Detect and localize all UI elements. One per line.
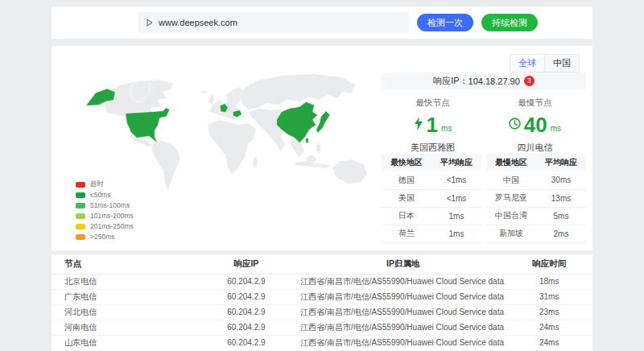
bolt-icon [414, 117, 423, 134]
region-australia [332, 159, 367, 184]
region-madagascar [253, 157, 258, 168]
fastest-node-location: 美国西雅图 [382, 142, 484, 154]
region-africa [208, 120, 256, 174]
country-taiwan [305, 138, 308, 143]
table-row: 山东电信 60.204.2.9 江西省/南昌市/电信/AS55990/Huawe… [52, 335, 592, 350]
url-input-wrap[interactable] [138, 12, 409, 33]
url-input[interactable] [159, 18, 401, 27]
legend-swatch-100 [76, 203, 85, 209]
country-china [277, 101, 318, 142]
legend-item: 201ms-250ms [76, 221, 134, 231]
legend-item: 101ms-200ms [76, 211, 134, 221]
play-icon [147, 19, 153, 27]
slowest-regions-table: 最慢地区 平均响应 中国30ms 罗马尼亚13ms 中国台湾5ms 新加坡2ms [486, 154, 586, 243]
slowest-node-location: 四川电信 [484, 142, 586, 154]
scope-tabs: 全球 中国 [510, 54, 580, 72]
region-south-america [151, 140, 180, 190]
region-indonesia [293, 161, 331, 168]
result-panel: 超时 ≤50ms 51ms-100ms 101ms-200ms 201ms-25… [52, 46, 592, 250]
table-row: 新加坡2ms [486, 225, 586, 242]
response-ip-value: 104.18.27.90 [469, 76, 520, 86]
fastest-regions-table: 最快地区 平均响应 德国<1ms 美国<1ms 日本1ms 荷兰1ms [382, 154, 481, 243]
table-row: 德国<1ms [382, 171, 481, 189]
test-once-button[interactable]: 检测一次 [417, 14, 473, 31]
legend-swatch-timeout [76, 182, 85, 188]
slowest-regions-header: 最慢地区 [486, 154, 536, 171]
region-uk [208, 94, 215, 105]
tab-global[interactable]: 全球 [510, 55, 545, 72]
tab-china[interactable]: 中国 [545, 55, 579, 72]
continuous-test-button[interactable]: 持续检测 [481, 14, 538, 31]
slowest-node-value: 40 [524, 114, 547, 136]
node-results-table-card: 节点 响应IP IP归属地 响应时间 北京电信 60.204.2.9 江西省/南… [52, 254, 592, 351]
slowest-node-unit: ms [551, 124, 561, 133]
col-header-time: 响应时间 [506, 254, 592, 274]
region-philippines [316, 142, 321, 152]
avg-response-header: 平均响应 [536, 154, 586, 171]
col-header-node: 节点 [52, 254, 192, 274]
stats-panel: 全球 中国 响应IP：104.18.27.903 最快节点 1 ms 美国西雅图… [382, 46, 586, 250]
region-tables: 最快地区 平均响应 德国<1ms 美国<1ms 日本1ms 荷兰1ms 最慢地区… [382, 154, 586, 243]
slowest-node: 最慢节点 40 ms 四川电信 [484, 97, 586, 154]
region-iceland [202, 90, 207, 93]
legend-swatch-under50 [76, 192, 85, 198]
table-row: 日本1ms [382, 207, 481, 225]
fastest-node: 最快节点 1 ms 美国西雅图 [382, 97, 484, 154]
table-row: 中国30ms [486, 171, 586, 189]
response-ip-bar: 响应IP：104.18.27.903 [382, 72, 586, 89]
response-ip-label: 响应IP： [433, 75, 468, 87]
fastest-regions-header: 最快地区 [382, 154, 431, 171]
fastest-node-label: 最快节点 [382, 97, 484, 109]
search-bar: 检测一次 持续检测 [52, 6, 592, 39]
table-row: 北京电信 60.204.2.9 江西省/南昌市/电信/AS55990/Huawe… [52, 274, 592, 289]
legend-item: 超时 [76, 180, 134, 189]
table-row: 中国台湾5ms [486, 207, 586, 225]
legend-item: 51ms-100ms [76, 200, 134, 210]
avg-response-header: 平均响应 [431, 154, 481, 171]
legend-swatch-over250 [76, 234, 85, 240]
world-map [66, 59, 370, 191]
table-row: 河北电信 60.204.2.9 江西省/南昌市/电信/AS55990/Huawe… [52, 304, 592, 320]
region-russia [241, 74, 356, 110]
map-legend: 超时 ≤50ms 51ms-100ms 101ms-200ms 201ms-25… [76, 180, 134, 242]
legend-item: >250ms [76, 232, 134, 242]
fastest-node-value: 1 [427, 114, 438, 136]
col-header-location: IP归属地 [300, 254, 506, 274]
node-results-table: 节点 响应IP IP归属地 响应时间 北京电信 60.204.2.9 江西省/南… [52, 254, 592, 351]
region-se-asia [290, 138, 304, 158]
node-summary: 最快节点 1 ms 美国西雅图 最慢节点 40 ms [382, 97, 586, 154]
slowest-node-label: 最慢节点 [484, 97, 586, 109]
clock-icon [509, 118, 521, 133]
fastest-node-unit: ms [441, 124, 452, 133]
legend-swatch-200 [76, 213, 85, 219]
table-row: 荷兰1ms [382, 225, 481, 242]
table-row: 美国<1ms [382, 189, 481, 207]
col-header-ip: 响应IP [192, 254, 300, 274]
table-row: 河南电信 60.204.2.9 江西省/南昌市/电信/AS55990/Huawe… [52, 320, 592, 335]
ip-count-badge[interactable]: 3 [524, 76, 535, 86]
table-row: 广东电信 60.204.2.9 江西省/南昌市/电信/AS55990/Huawe… [52, 289, 592, 304]
legend-item: ≤50ms [76, 190, 134, 200]
legend-swatch-250 [76, 224, 85, 229]
table-row: 罗马尼亚13ms [486, 189, 586, 207]
